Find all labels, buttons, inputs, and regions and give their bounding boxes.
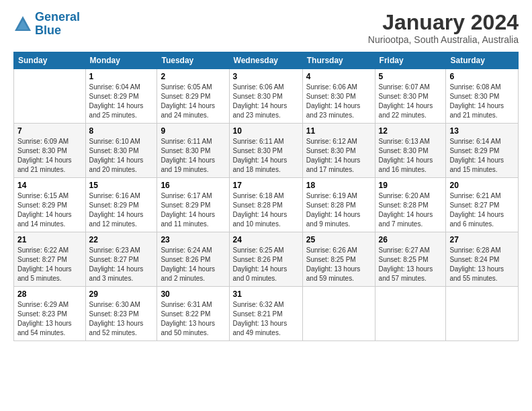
day-cell — [446, 287, 519, 341]
day-detail: Sunrise: 6:29 AM Sunset: 8:23 PM Dayligh… — [17, 300, 82, 338]
day-cell: 14Sunrise: 6:15 AM Sunset: 8:29 PM Dayli… — [14, 178, 86, 232]
day-number: 6 — [449, 72, 515, 81]
day-cell: 2Sunrise: 6:05 AM Sunset: 8:29 PM Daylig… — [157, 69, 229, 124]
day-detail: Sunrise: 6:17 AM Sunset: 8:29 PM Dayligh… — [161, 191, 225, 229]
day-detail: Sunrise: 6:04 AM Sunset: 8:29 PM Dayligh… — [89, 83, 154, 120]
day-detail: Sunrise: 6:12 AM Sunset: 8:30 PM Dayligh… — [306, 137, 371, 175]
logo-icon — [13, 15, 32, 34]
day-number: 28 — [17, 289, 82, 299]
header-cell-tuesday: Tuesday — [157, 52, 229, 69]
day-detail: Sunrise: 6:06 AM Sunset: 8:30 PM Dayligh… — [233, 83, 299, 120]
day-cell: 9Sunrise: 6:11 AM Sunset: 8:30 PM Daylig… — [157, 124, 229, 178]
day-cell — [302, 287, 375, 341]
day-number: 22 — [89, 235, 154, 244]
day-detail: Sunrise: 6:09 AM Sunset: 8:30 PM Dayligh… — [17, 137, 82, 175]
day-number: 26 — [379, 235, 443, 244]
day-number: 15 — [89, 181, 154, 190]
day-detail: Sunrise: 6:27 AM Sunset: 8:25 PM Dayligh… — [379, 246, 443, 283]
logo-general: General — [35, 10, 80, 24]
day-number: 14 — [17, 181, 82, 190]
day-detail: Sunrise: 6:18 AM Sunset: 8:28 PM Dayligh… — [233, 191, 299, 229]
calendar: SundayMondayTuesdayWednesdayThursdayFrid… — [13, 52, 519, 341]
day-cell: 18Sunrise: 6:19 AM Sunset: 8:28 PM Dayli… — [302, 178, 375, 232]
header-row: SundayMondayTuesdayWednesdayThursdayFrid… — [14, 52, 519, 69]
day-cell: 8Sunrise: 6:10 AM Sunset: 8:30 PM Daylig… — [85, 124, 157, 178]
logo: General Blue — [13, 11, 80, 38]
day-cell: 16Sunrise: 6:17 AM Sunset: 8:29 PM Dayli… — [157, 178, 229, 232]
week-row-2: 7Sunrise: 6:09 AM Sunset: 8:30 PM Daylig… — [14, 124, 519, 178]
header-cell-friday: Friday — [375, 52, 446, 69]
day-number: 29 — [89, 289, 154, 299]
day-detail: Sunrise: 6:11 AM Sunset: 8:30 PM Dayligh… — [161, 137, 225, 175]
day-cell: 24Sunrise: 6:25 AM Sunset: 8:26 PM Dayli… — [229, 232, 302, 287]
day-number: 9 — [161, 126, 225, 136]
day-detail: Sunrise: 6:14 AM Sunset: 8:29 PM Dayligh… — [449, 137, 515, 175]
day-number: 13 — [449, 126, 515, 136]
header: General Blue January 2024 Nuriootpa, Sou… — [13, 11, 519, 45]
day-cell: 21Sunrise: 6:22 AM Sunset: 8:27 PM Dayli… — [14, 232, 86, 287]
day-detail: Sunrise: 6:26 AM Sunset: 8:25 PM Dayligh… — [306, 246, 371, 283]
day-cell: 23Sunrise: 6:24 AM Sunset: 8:26 PM Dayli… — [157, 232, 229, 287]
day-number: 16 — [161, 181, 225, 190]
day-detail: Sunrise: 6:22 AM Sunset: 8:27 PM Dayligh… — [17, 246, 82, 283]
day-cell: 6Sunrise: 6:08 AM Sunset: 8:30 PM Daylig… — [446, 69, 519, 124]
day-detail: Sunrise: 6:10 AM Sunset: 8:30 PM Dayligh… — [89, 137, 154, 175]
subtitle: Nuriootpa, South Australia, Australia — [368, 34, 519, 45]
day-cell: 3Sunrise: 6:06 AM Sunset: 8:30 PM Daylig… — [229, 69, 302, 124]
logo-text: General Blue — [35, 11, 80, 38]
day-number: 20 — [449, 181, 515, 190]
day-cell: 1Sunrise: 6:04 AM Sunset: 8:29 PM Daylig… — [85, 69, 157, 124]
day-cell: 13Sunrise: 6:14 AM Sunset: 8:29 PM Dayli… — [446, 124, 519, 178]
day-cell: 5Sunrise: 6:07 AM Sunset: 8:30 PM Daylig… — [375, 69, 446, 124]
page: General Blue January 2024 Nuriootpa, Sou… — [0, 0, 532, 411]
day-cell: 12Sunrise: 6:13 AM Sunset: 8:30 PM Dayli… — [375, 124, 446, 178]
day-cell: 22Sunrise: 6:23 AM Sunset: 8:27 PM Dayli… — [85, 232, 157, 287]
title-block: January 2024 Nuriootpa, South Australia,… — [368, 11, 519, 45]
day-detail: Sunrise: 6:24 AM Sunset: 8:26 PM Dayligh… — [161, 246, 225, 283]
day-number: 10 — [233, 126, 299, 136]
day-cell: 19Sunrise: 6:20 AM Sunset: 8:28 PM Dayli… — [375, 178, 446, 232]
day-number: 5 — [379, 72, 443, 81]
day-detail: Sunrise: 6:25 AM Sunset: 8:26 PM Dayligh… — [233, 246, 299, 283]
main-title: January 2024 — [368, 11, 519, 34]
logo-blue: Blue — [35, 24, 80, 38]
day-cell: 29Sunrise: 6:30 AM Sunset: 8:23 PM Dayli… — [85, 287, 157, 341]
day-number: 1 — [89, 72, 154, 81]
day-detail: Sunrise: 6:28 AM Sunset: 8:24 PM Dayligh… — [449, 246, 515, 283]
day-number: 23 — [161, 235, 225, 244]
week-row-5: 28Sunrise: 6:29 AM Sunset: 8:23 PM Dayli… — [14, 287, 519, 341]
day-detail: Sunrise: 6:05 AM Sunset: 8:29 PM Dayligh… — [161, 83, 225, 120]
day-detail: Sunrise: 6:19 AM Sunset: 8:28 PM Dayligh… — [306, 191, 371, 229]
day-number: 2 — [161, 72, 225, 81]
day-number: 24 — [233, 235, 299, 244]
day-cell: 25Sunrise: 6:26 AM Sunset: 8:25 PM Dayli… — [302, 232, 375, 287]
day-number: 25 — [306, 235, 371, 244]
header-cell-saturday: Saturday — [446, 52, 519, 69]
day-detail: Sunrise: 6:20 AM Sunset: 8:28 PM Dayligh… — [379, 191, 443, 229]
day-detail: Sunrise: 6:06 AM Sunset: 8:30 PM Dayligh… — [306, 83, 371, 120]
day-cell: 31Sunrise: 6:32 AM Sunset: 8:21 PM Dayli… — [229, 287, 302, 341]
day-detail: Sunrise: 6:11 AM Sunset: 8:30 PM Dayligh… — [233, 137, 299, 175]
week-row-1: 1Sunrise: 6:04 AM Sunset: 8:29 PM Daylig… — [14, 69, 519, 124]
day-cell: 26Sunrise: 6:27 AM Sunset: 8:25 PM Dayli… — [375, 232, 446, 287]
day-number: 19 — [379, 181, 443, 190]
day-number: 4 — [306, 72, 371, 81]
day-cell: 20Sunrise: 6:21 AM Sunset: 8:27 PM Dayli… — [446, 178, 519, 232]
day-cell — [14, 69, 86, 124]
day-detail: Sunrise: 6:15 AM Sunset: 8:29 PM Dayligh… — [17, 191, 82, 229]
day-cell: 11Sunrise: 6:12 AM Sunset: 8:30 PM Dayli… — [302, 124, 375, 178]
day-detail: Sunrise: 6:16 AM Sunset: 8:29 PM Dayligh… — [89, 191, 154, 229]
header-cell-thursday: Thursday — [302, 52, 375, 69]
day-number: 3 — [233, 72, 299, 81]
header-cell-wednesday: Wednesday — [229, 52, 302, 69]
day-detail: Sunrise: 6:07 AM Sunset: 8:30 PM Dayligh… — [379, 83, 443, 120]
day-cell: 4Sunrise: 6:06 AM Sunset: 8:30 PM Daylig… — [302, 69, 375, 124]
day-number: 7 — [17, 126, 82, 136]
day-number: 11 — [306, 126, 371, 136]
week-row-4: 21Sunrise: 6:22 AM Sunset: 8:27 PM Dayli… — [14, 232, 519, 287]
day-number: 12 — [379, 126, 443, 136]
day-cell: 27Sunrise: 6:28 AM Sunset: 8:24 PM Dayli… — [446, 232, 519, 287]
day-number: 27 — [449, 235, 515, 244]
day-detail: Sunrise: 6:08 AM Sunset: 8:30 PM Dayligh… — [449, 83, 515, 120]
day-detail: Sunrise: 6:21 AM Sunset: 8:27 PM Dayligh… — [449, 191, 515, 229]
